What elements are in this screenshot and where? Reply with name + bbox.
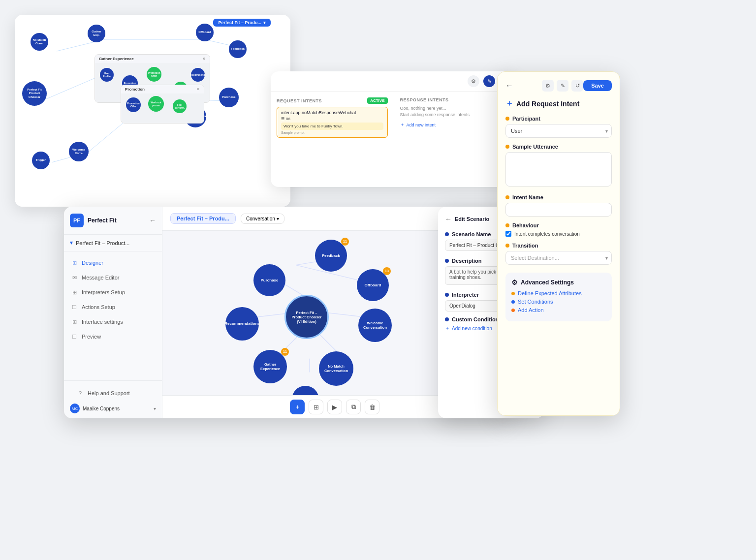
transition-select-wrapper: Select Destination... (505, 251, 612, 265)
conversation-dropdown-btn[interactable]: Conversation ▾ (241, 214, 284, 224)
inner-promo-1[interactable]: Promotion Offer (126, 97, 141, 112)
intent-name: intent.app.noMatchResponseWebchat (281, 110, 383, 115)
diagram-btn[interactable]: ⊞ (309, 400, 323, 414)
flow-diagram-card: No Match Conv. Gather Exp. Offboard Feed… (15, 15, 290, 207)
settings-icon[interactable]: ⚙ (468, 75, 479, 87)
intent-panel-back-btn[interactable]: ← (505, 81, 513, 90)
panel-back-btn[interactable]: ← (445, 215, 452, 223)
toolbar-title[interactable]: Perfect Fit – Produ... (170, 213, 236, 224)
flow-node-feedback[interactable]: Feedback (229, 40, 247, 58)
transition-select[interactable]: Select Destination... (505, 251, 612, 265)
flow-node-gather[interactable]: Gather Exp. (88, 25, 105, 42)
intent-panel-icons: ⚙ ✎ ↺ (542, 80, 583, 92)
sidebar-collapse-btn[interactable]: ← (149, 217, 156, 224)
participant-dot (505, 117, 509, 121)
canvas-node-trigger[interactable]: Trigger (292, 386, 319, 395)
canvas-node-offboard[interactable]: Offboard 13 (357, 269, 389, 301)
help-support-item[interactable]: ? Help and Support (70, 386, 156, 401)
behaviour-label: Behaviour (505, 222, 612, 228)
conversation-name-dropdown[interactable]: Perfect Fit – Produ... ▾ (213, 19, 271, 27)
interface-icon: ⊞ (71, 318, 78, 325)
edit-icon[interactable]: ✎ (483, 75, 495, 87)
response-intents-label: RESPONSE INTENTS (400, 97, 449, 102)
add-new-intent-btn[interactable]: ＋ Add new intent (400, 122, 511, 128)
sidebar-item-message-editor[interactable]: ✉ Message Editor (64, 270, 162, 285)
advanced-title: ⚙ Advanced Settings (511, 279, 606, 286)
intent-row[interactable]: intent.app.noMatchResponseWebchat ☰ 86 W… (277, 107, 388, 138)
canvas-node-nomatch[interactable]: No Match Conversation (319, 351, 353, 386)
intent-section-title: ＋ Add Request Intent (505, 98, 612, 109)
inner-promo-3[interactable]: Feel perform. (173, 99, 187, 113)
advanced-settings-section: ⚙ Advanced Settings Define Expected Attr… (505, 273, 612, 321)
designer-icon: ⊞ (71, 259, 78, 266)
intent-edit-btn[interactable]: ✎ (557, 80, 568, 92)
sidebar-project: ▾ Perfect Fit – Product... (64, 235, 162, 251)
utterance-textarea[interactable] (505, 152, 612, 187)
dot-blue2 (445, 259, 449, 263)
inner-node-6[interactable]: Recommend. (191, 68, 205, 82)
user-row[interactable]: MC Maaike Coppens ▾ (70, 404, 156, 413)
panel-title: ← Edit Scenario (445, 215, 489, 223)
flow-node-trigger[interactable]: Trigger (32, 152, 50, 169)
define-attributes-dot (511, 292, 515, 295)
canvas-node-welcome[interactable]: Welcome Conversation (358, 309, 392, 342)
behaviour-dot (505, 223, 509, 227)
intent-panel-header: ← ⚙ ✎ ↺ Save (505, 80, 612, 92)
canvas-node-feedback[interactable]: Feedback 11 (315, 240, 347, 272)
define-attributes-btn[interactable]: Define Expected Attributes (511, 290, 606, 296)
delete-btn[interactable]: 🗑 (365, 400, 379, 414)
add-intent-panel: ← ⚙ ✎ ↺ Save ＋ Add Request Intent Partic… (497, 71, 620, 416)
canvas-node-purchase[interactable]: Purchase (253, 264, 285, 296)
intent-name-field-label: Intent Name (505, 194, 612, 200)
canvas-node-gather[interactable]: Gather Experience 11 (253, 350, 287, 383)
flow-node-nomatch[interactable]: No Match Conv. (31, 33, 48, 51)
set-conditions-btn[interactable]: Set Conditions (511, 299, 606, 305)
transition-dot (505, 244, 509, 248)
behaviour-checkbox[interactable] (505, 231, 511, 237)
intent-refresh-btn[interactable]: ↺ (571, 80, 583, 92)
sidebar-brand: Perfect Fit (88, 217, 117, 224)
active-badge: ACTIVE (367, 97, 387, 104)
sidebar-footer: ? Help and Support MC Maaike Coppens ▾ (64, 380, 162, 418)
participant-select[interactable]: User Agent Bot (505, 124, 612, 138)
copy-btn[interactable]: ⧉ (346, 400, 361, 414)
inner-node-3[interactable]: Promotion Offer (147, 67, 161, 82)
inner-node-1[interactable]: User Profile (100, 68, 114, 82)
sidebar-item-designer[interactable]: ⊞ Designer (64, 255, 162, 270)
sidebar-header: PF Perfect Fit ← (64, 207, 162, 235)
sidebar-item-interpreters[interactable]: ⊞ Interpreters Setup (64, 285, 162, 300)
edit-scenario-title: Edit Scenario (455, 216, 489, 222)
transition-label: Transition (505, 243, 612, 249)
user-chevron: ▾ (154, 406, 156, 411)
preview-icon: ☐ (71, 333, 78, 340)
actions-icon: ☐ (71, 304, 78, 311)
intent-name-input[interactable] (505, 203, 612, 217)
add-action-btn[interactable]: Add Action (511, 307, 606, 313)
request-intents-label: REQUEST INTENTS (277, 98, 322, 103)
canvas-node-recommendations[interactable]: Recommendations (225, 307, 259, 341)
sidebar-item-actions[interactable]: ☐ Actions Setup (64, 300, 162, 314)
inner-promo-2[interactable]: Work out promo (148, 96, 164, 112)
sidebar: PF Perfect Fit ← ▾ Perfect Fit – Product… (64, 207, 162, 418)
canvas-node-center[interactable]: Perfect Fit – Product Chooser (VI Editio… (284, 295, 329, 339)
message-editor-icon: ✉ (71, 274, 78, 281)
play-btn[interactable]: ▶ (327, 400, 342, 414)
intent-count: ☰ 86 (281, 117, 383, 121)
intent-sample: Won't you take me to Funky Town. (281, 123, 383, 130)
flow-node-offboard[interactable]: Offboard (196, 24, 214, 41)
intent-settings-btn[interactable]: ⚙ (542, 80, 554, 92)
intent-name-dot (505, 195, 509, 199)
sidebar-item-interface[interactable]: ⊞ Interface settings (64, 314, 162, 329)
behaviour-checkbox-row: Intent completes conversation (505, 231, 612, 237)
inner-dialog-promotion: Promotion ✕ Promotion Offer Work out pro… (121, 85, 204, 124)
help-icon: ? (77, 390, 84, 397)
participant-select-wrapper: User Agent Bot (505, 124, 612, 138)
save-btn[interactable]: Save (583, 80, 612, 91)
flow-node-perfectfit[interactable]: Perfect Fit Product Chooser (22, 81, 47, 106)
sidebar-item-preview[interactable]: ☐ Preview (64, 329, 162, 344)
flow-node-purchase[interactable]: Purchase (219, 88, 239, 107)
sidebar-nav: ⊞ Designer ✉ Message Editor ⊞ Interprete… (64, 251, 162, 380)
add-node-btn[interactable]: ＋ (290, 400, 305, 414)
flow-node-welcome[interactable]: Welcome Conv. (69, 142, 89, 161)
dot-blue (445, 232, 449, 236)
